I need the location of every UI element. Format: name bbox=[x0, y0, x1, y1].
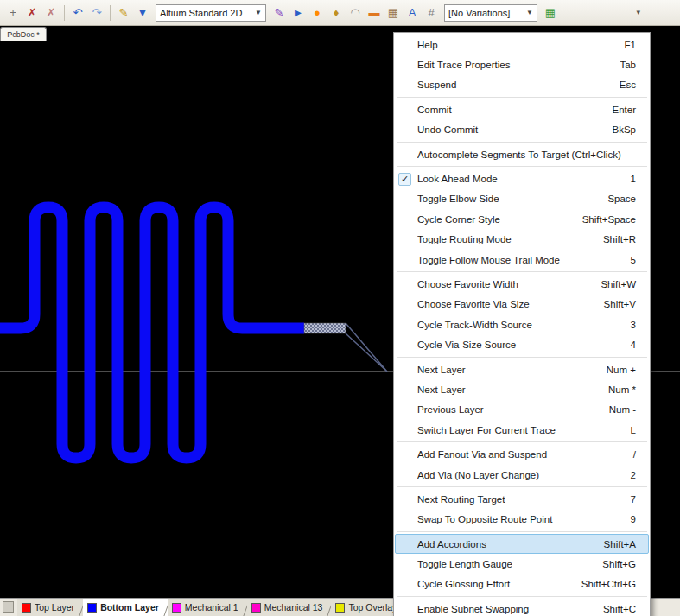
pad-tool-icon[interactable]: ▦ bbox=[384, 4, 402, 22]
fill-tool-icon[interactable]: ▬ bbox=[365, 4, 383, 22]
toolbar-overflow-button[interactable]: ▾ bbox=[636, 8, 640, 16]
menu-item-toggle-routing-mode[interactable]: ✓ Toggle Routing Mode Shift+R bbox=[395, 230, 649, 250]
clear-marks-icon[interactable]: ✗ bbox=[23, 4, 41, 22]
menu-separator bbox=[397, 531, 647, 532]
key-icon[interactable]: ♦ bbox=[327, 4, 345, 22]
lookahead-preview-lines bbox=[346, 323, 387, 372]
layer-color-swatch bbox=[251, 603, 261, 613]
menu-item-undo-commit[interactable]: ✓ Undo Commit BkSp bbox=[395, 120, 649, 140]
menu-item-swap-to-opposite-route-point[interactable]: ✓ Swap To Opposite Route Point 9 bbox=[395, 510, 649, 530]
variations-combo[interactable]: [No Variations] ▼ bbox=[444, 4, 537, 22]
menu-item-edit-trace-properties[interactable]: ✓ Edit Trace Properties Tab bbox=[395, 54, 649, 74]
menu-item-cycle-via-size-source[interactable]: ✓ Cycle Via-Size Source 4 bbox=[395, 334, 649, 354]
layer-tab-top-layer[interactable]: Top Layer bbox=[17, 599, 83, 616]
route-arrow-icon[interactable]: ► bbox=[289, 4, 307, 22]
menu-separator bbox=[397, 357, 647, 358]
menu-item-choose-favorite-via-size[interactable]: ✓ Choose Favorite Via Size Shift+V bbox=[395, 295, 649, 314]
view-style-combo-value: Altium Standard 2D bbox=[160, 8, 242, 18]
menu-item-look-ahead-mode[interactable]: ✓ Look Ahead Mode 1 bbox=[395, 168, 649, 188]
menu-separator bbox=[397, 271, 647, 272]
menu-item-choose-favorite-width[interactable]: ✓ Choose Favorite Width Shift+W bbox=[395, 274, 649, 294]
chevron-down-icon: ▼ bbox=[519, 9, 533, 16]
menu-item-autocomplete-segments-to-target-ctrl-click[interactable]: ✓ Autocomplete Segments To Target (Ctrl+… bbox=[395, 144, 649, 164]
toolbar-separator bbox=[110, 5, 111, 21]
menu-item-suspend[interactable]: ✓ Suspend Esc bbox=[395, 75, 649, 95]
menu-item-previous-layer[interactable]: ✓ Previous Layer Num - bbox=[395, 400, 649, 420]
menu-separator bbox=[397, 486, 647, 487]
filter-icon[interactable]: ▼ bbox=[134, 4, 151, 22]
toolbar-group-right: ▦ bbox=[541, 4, 560, 22]
redo-icon[interactable]: ↷ bbox=[88, 4, 105, 22]
menu-item-toggle-follow-mouse-trail-mode[interactable]: ✓ Toggle Follow Mouse Trail Mode 5 bbox=[395, 250, 649, 270]
toolbar-group-mid: ✎ ► ● ♦ ◠ ▬ ▦ A # bbox=[270, 4, 441, 22]
menu-item-toggle-elbow-side[interactable]: ✓ Toggle Elbow Side Space bbox=[395, 189, 649, 209]
menu-separator bbox=[397, 596, 647, 597]
arc-tool-icon[interactable]: ◠ bbox=[346, 4, 364, 22]
menu-separator bbox=[397, 97, 647, 98]
menu-item-add-accordions[interactable]: ✓ Add Accordions Shift+A bbox=[395, 534, 649, 554]
pencil-edit-icon[interactable]: ✎ bbox=[115, 4, 132, 22]
menu-item-cycle-glossing-effort[interactable]: ✓ Cycle Glossing Effort Shift+Ctrl+G bbox=[395, 575, 649, 594]
layer-bar-nav-button[interactable] bbox=[3, 601, 14, 613]
context-menu-items: ✓ Help F1 ✓ Edit Trace Properties Tab ✓ … bbox=[395, 35, 649, 616]
menu-item-cycle-corner-style[interactable]: ✓ Cycle Corner Style Shift+Space bbox=[395, 209, 649, 229]
undo-icon[interactable]: ↶ bbox=[69, 4, 86, 22]
grid-icon[interactable]: # bbox=[423, 4, 440, 22]
menu-item-next-layer[interactable]: ✓ Next Layer Num * bbox=[395, 379, 649, 399]
crosshair-tool-icon[interactable]: + bbox=[4, 4, 22, 22]
menu-item-toggle-length-gauge[interactable]: ✓ Toggle Length Gauge Shift+G bbox=[395, 554, 649, 574]
layer-tab-bottom-layer[interactable]: Bottom Layer bbox=[83, 599, 168, 616]
layer-color-swatch bbox=[335, 603, 345, 613]
layer-color-swatch bbox=[87, 603, 97, 613]
menu-separator bbox=[397, 166, 647, 167]
menu-item-add-fanout-via-and-suspend[interactable]: ✓ Add Fanout Via and Suspend / bbox=[395, 444, 649, 464]
toolbar-separator bbox=[64, 5, 65, 21]
menu-item-switch-layer-for-current-trace[interactable]: ✓ Switch Layer For Current Trace L bbox=[395, 420, 649, 440]
string-tool-icon[interactable]: A bbox=[404, 4, 421, 22]
layer-tab-mechanical-13[interactable]: Mechanical 13 bbox=[247, 599, 332, 616]
serpentine-trace bbox=[0, 207, 304, 458]
document-tab-pcbdoc[interactable]: PcbDoc * bbox=[0, 27, 47, 41]
board-icon[interactable]: ▦ bbox=[542, 4, 559, 22]
menu-item-enable-subnet-swapping[interactable]: ✓ Enable Subnet Swapping Shift+C bbox=[395, 599, 649, 616]
interactive-routing-icon[interactable]: ✎ bbox=[270, 4, 288, 22]
chevron-down-icon: ▼ bbox=[248, 9, 262, 16]
menu-item-add-via-no-layer-change[interactable]: ✓ Add Via (No Layer Change) 2 bbox=[395, 465, 649, 485]
pending-track-segment bbox=[304, 323, 346, 333]
main-toolbar: + ✗ ✗ ↶ ↷ ✎ ▼ Altium Standard 2D ▼ ✎ ► ●… bbox=[0, 0, 680, 26]
menu-item-next-layer[interactable]: ✓ Next Layer Num + bbox=[395, 359, 649, 379]
menu-item-next-routing-target[interactable]: ✓ Next Routing Target 7 bbox=[395, 489, 649, 509]
highlight-dot-icon[interactable]: ● bbox=[308, 4, 326, 22]
layer-color-swatch bbox=[172, 603, 181, 613]
menu-separator bbox=[397, 441, 647, 442]
menu-separator bbox=[397, 142, 647, 143]
menu-item-help[interactable]: ✓ Help F1 bbox=[395, 35, 649, 54]
view-style-combo[interactable]: Altium Standard 2D ▼ bbox=[156, 4, 266, 22]
toolbar-group-left: + ✗ ✗ ↶ ↷ ✎ ▼ bbox=[3, 4, 152, 22]
clear-filter-icon[interactable]: ✗ bbox=[42, 4, 60, 22]
layer-color-swatch bbox=[22, 603, 31, 613]
checkmark-icon: ✓ bbox=[398, 173, 411, 186]
variations-combo-value: [No Variations] bbox=[448, 8, 510, 18]
routing-context-menu: ✓ Help F1 ✓ Edit Trace Properties Tab ✓ … bbox=[393, 32, 651, 616]
menu-item-cycle-track-width-source[interactable]: ✓ Cycle Track-Width Source 3 bbox=[395, 314, 649, 334]
layer-tab-mechanical-1[interactable]: Mechanical 1 bbox=[168, 599, 247, 616]
document-tab-label: PcbDoc * bbox=[7, 30, 40, 39]
menu-item-commit[interactable]: ✓ Commit Enter bbox=[395, 99, 649, 119]
